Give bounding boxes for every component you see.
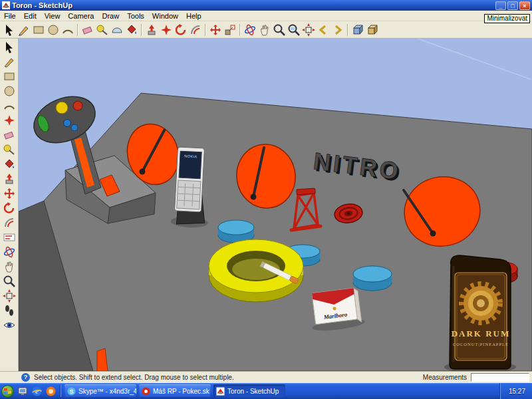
model-viewport[interactable]: NITRO NITRO NOKIA [19, 39, 532, 371]
viewport-3d[interactable]: NITRO NITRO NOKIA [19, 39, 532, 371]
taskbar-button-label: Skype™ - x4nd3r_4ewer [78, 388, 136, 395]
eraser-tool-icon[interactable] [81, 23, 94, 37]
menu-bar: File Edit View Camera Draw Tools Window … [0, 11, 532, 21]
menu-help[interactable]: Help [182, 12, 205, 20]
look-around-tool-icon[interactable] [3, 319, 16, 332]
pan-tool-icon[interactable] [3, 260, 16, 273]
rotate-tool-icon[interactable] [174, 23, 188, 37]
joystick-red-button[interactable] [73, 101, 82, 110]
next-view-icon[interactable] [331, 23, 344, 37]
windows-logo-icon [4, 388, 11, 395]
measurements-label: Measurements [423, 374, 471, 381]
text-tool-icon[interactable] [3, 231, 16, 244]
sketchup-icon [216, 387, 225, 396]
help-icon[interactable]: ? [21, 373, 30, 382]
nokia-logo: NOKIA [184, 154, 198, 158]
sketchup-app-icon[interactable] [2, 1, 10, 9]
status-bar: ? Select objects. Shift to extend select… [0, 371, 532, 383]
skype-icon: S [67, 387, 76, 396]
bottle-subtitle-label: COCONUT|PINEAPPLE [453, 342, 509, 346]
menu-draw[interactable]: Draw [98, 12, 123, 20]
taskbar-button-sketchup[interactable]: Toron - SketchUp [213, 384, 285, 398]
joystick-blue-button-1[interactable] [64, 120, 71, 127]
zoom-window-tool-icon[interactable] [287, 23, 301, 37]
offset-tool-icon[interactable] [189, 23, 202, 37]
orbit-tool-icon[interactable] [3, 245, 16, 259]
select-tool-icon[interactable] [3, 41, 16, 54]
protractor-tool-icon[interactable] [110, 23, 124, 37]
offset-tool-icon[interactable] [3, 216, 16, 229]
window-title: Toron - SketchUp [12, 1, 495, 9]
select-tool-icon[interactable] [3, 23, 16, 37]
taskbar: e S Skype™ - x4nd3r_4ewer Máš RP - Pokec… [0, 383, 532, 399]
status-hint: Select objects. Shift to extend select. … [34, 374, 234, 381]
follow-me-tool-icon[interactable] [3, 114, 16, 127]
scale-tool-icon[interactable] [223, 23, 237, 37]
zoom-tool-icon[interactable] [273, 23, 286, 37]
follow-me-tool-icon[interactable] [160, 23, 173, 37]
circle-tool-icon[interactable] [3, 84, 16, 98]
media-player-icon[interactable] [45, 386, 57, 397]
menu-view[interactable]: View [41, 12, 65, 20]
circle-tool-icon[interactable] [47, 23, 60, 37]
line-tool-icon[interactable] [3, 55, 16, 68]
menu-camera[interactable]: Camera [64, 12, 98, 20]
push-pull-tool-icon[interactable] [3, 172, 16, 186]
previous-view-icon[interactable] [317, 23, 330, 37]
measurements-input[interactable] [471, 373, 529, 382]
internet-explorer-icon[interactable]: e [31, 386, 43, 397]
toolbar-separator [205, 24, 206, 36]
taskbar-clock: 15:27 [509, 388, 525, 395]
menu-tools[interactable]: Tools [123, 12, 148, 20]
toolbar-separator [141, 24, 142, 36]
arc-tool-icon[interactable] [61, 23, 74, 37]
system-tray[interactable]: 15:27 [500, 383, 532, 399]
move-tool-icon[interactable] [3, 187, 16, 200]
shadows-icon[interactable] [366, 23, 379, 37]
tooltip: Minimalizovat [484, 14, 530, 23]
eraser-tool-icon[interactable] [3, 128, 16, 142]
start-button[interactable] [1, 385, 14, 398]
arc-tool-icon[interactable] [3, 99, 16, 112]
push-pull-tool-icon[interactable] [145, 23, 158, 37]
menu-file[interactable]: File [0, 12, 20, 20]
cigarette-pack[interactable]: Marlboro [308, 287, 366, 332]
blue-button-1[interactable] [218, 220, 254, 243]
rum-bottle[interactable]: DARK RUM COCONUT|PINEAPPLE [444, 255, 516, 371]
rotate-tool-icon[interactable] [3, 201, 16, 215]
zoom-extents-tool-icon[interactable] [302, 23, 315, 37]
tape-measure-tool-icon[interactable] [96, 23, 109, 37]
desktop: Toron - SketchUp _ □ × File Edit View Ca… [0, 0, 532, 399]
close-button[interactable]: × [519, 1, 530, 10]
menu-window[interactable]: Window [148, 12, 182, 20]
maximize-button[interactable]: □ [507, 1, 518, 10]
paint-bucket-tool-icon[interactable] [3, 158, 16, 171]
tape-measure-tool-icon[interactable] [3, 143, 16, 156]
menu-edit[interactable]: Edit [20, 12, 41, 20]
toolbar-separator [77, 24, 78, 36]
main-toolbar [0, 21, 532, 39]
orbit-tool-icon[interactable] [243, 23, 257, 37]
taskbar-button-label: Máš RP - Pokec.sk - O... [153, 388, 211, 395]
toolbar-separator [239, 24, 241, 36]
minimize-button[interactable]: _ [495, 1, 506, 10]
walk-tool-icon[interactable] [3, 304, 16, 317]
iso-view-icon[interactable] [351, 23, 364, 37]
zoom-extents-tool-icon[interactable] [3, 289, 16, 303]
zoom-tool-icon[interactable] [3, 275, 16, 288]
pokec-icon [142, 387, 150, 396]
joystick-blue-button-2[interactable] [71, 124, 78, 131]
rectangle-tool-icon[interactable] [3, 70, 16, 83]
show-desktop-icon[interactable] [17, 386, 29, 397]
taskbar-button-pokec[interactable]: Máš RP - Pokec.sk - O... [139, 384, 211, 398]
line-tool-icon[interactable] [17, 23, 31, 37]
paint-bucket-tool-icon[interactable] [125, 23, 138, 37]
taskbar-button-skype[interactable]: S Skype™ - x4nd3r_4ewer [65, 384, 136, 398]
blue-button-3[interactable] [353, 266, 392, 291]
joystick-yellow-button[interactable] [56, 102, 68, 114]
rectangle-tool-icon[interactable] [32, 23, 45, 37]
title-bar[interactable]: Toron - SketchUp _ □ × [0, 0, 532, 11]
move-tool-icon[interactable] [209, 23, 222, 37]
pan-tool-icon[interactable] [258, 23, 271, 37]
ashtray[interactable] [209, 239, 303, 302]
